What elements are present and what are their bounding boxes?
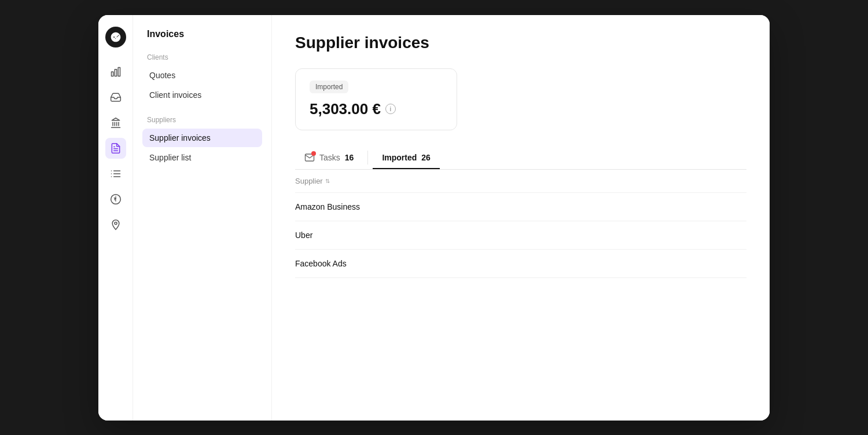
tab-divider <box>367 151 368 165</box>
tasks-notification-dot <box>311 151 316 156</box>
sidebar-item-quotes[interactable]: Quotes <box>142 66 262 85</box>
sidebar-item-supplier-invoices[interactable]: Supplier invoices <box>142 129 262 147</box>
sidebar-item-client-invoices[interactable]: Client invoices <box>142 86 262 104</box>
info-icon[interactable]: i <box>385 104 396 114</box>
sidebar-main-title: Invoices <box>142 29 262 39</box>
table-row[interactable]: Uber <box>295 221 746 250</box>
svg-rect-1 <box>115 69 116 76</box>
icon-rail <box>98 15 133 421</box>
nav-analytics[interactable] <box>105 61 126 82</box>
svg-point-20 <box>114 222 116 224</box>
tab-tasks[interactable]: Tasks 16 <box>295 147 363 170</box>
card-badge: Imported <box>310 81 348 93</box>
tabs-row: Tasks 16 Imported 26 <box>295 147 746 170</box>
supplier-column-header[interactable]: Supplier ⇅ <box>295 177 330 185</box>
summary-card: Imported 5,303.00 € i <box>295 68 457 130</box>
logo-button[interactable] <box>105 27 126 47</box>
nav-banking[interactable] <box>105 112 126 133</box>
suppliers-section: Suppliers Supplier invoices Supplier lis… <box>142 116 262 167</box>
clients-section: Clients Quotes Client invoices <box>142 53 262 104</box>
svg-marker-8 <box>112 118 119 120</box>
card-amount-value: 5,303.00 € <box>310 100 381 118</box>
supplier-name: Uber <box>295 231 312 240</box>
tasks-icon-wrapper <box>304 152 315 163</box>
nav-invoices[interactable] <box>105 138 126 159</box>
nav-inbox[interactable] <box>105 87 126 108</box>
tab-tasks-label: Tasks <box>319 153 340 162</box>
card-amount: 5,303.00 € i <box>310 100 443 118</box>
sort-icon: ⇅ <box>325 178 330 184</box>
clients-section-label: Clients <box>142 53 262 61</box>
supplier-name: Facebook Ads <box>295 259 347 268</box>
tab-imported-count: 26 <box>421 153 431 162</box>
svg-rect-0 <box>111 72 113 76</box>
secondary-sidebar: Invoices Clients Quotes Client invoices … <box>133 15 272 421</box>
page-title: Supplier invoices <box>295 34 746 52</box>
table-row[interactable]: Facebook Ads <box>295 250 746 278</box>
main-content: Supplier invoices Imported 5,303.00 € i … <box>272 15 770 421</box>
suppliers-section-label: Suppliers <box>142 116 262 124</box>
table-row[interactable]: Amazon Business <box>295 193 746 221</box>
tab-imported[interactable]: Imported 26 <box>373 147 439 169</box>
svg-rect-2 <box>118 67 120 76</box>
nav-savings[interactable] <box>105 214 126 235</box>
table-header: Supplier ⇅ <box>295 170 746 193</box>
tab-imported-label: Imported <box>382 153 417 162</box>
supplier-name: Amazon Business <box>295 202 360 211</box>
sidebar-item-supplier-list[interactable]: Supplier list <box>142 148 262 167</box>
nav-list[interactable] <box>105 163 126 184</box>
tab-tasks-count: 16 <box>345 153 354 162</box>
nav-expenses[interactable] <box>105 189 126 210</box>
